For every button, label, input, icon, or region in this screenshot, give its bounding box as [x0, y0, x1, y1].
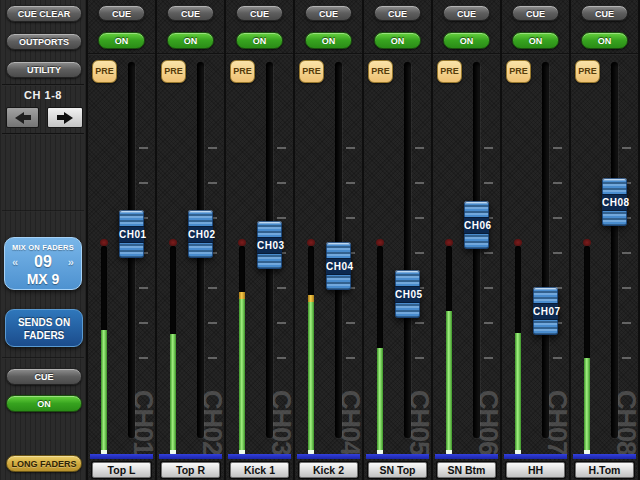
- sidebar-divider: [2, 84, 84, 86]
- long-faders-button[interactable]: LONG FADERS: [6, 455, 82, 472]
- sends-on-faders-button[interactable]: SENDS ON FADERS: [5, 309, 83, 347]
- outports-button[interactable]: OUTPORTS: [6, 33, 82, 50]
- channel-cue-button[interactable]: CUE: [512, 5, 559, 21]
- meter-yellow-segment: [308, 295, 314, 302]
- fader-cap[interactable]: CH08: [602, 178, 627, 226]
- channel-cue-button[interactable]: CUE: [236, 5, 283, 21]
- channel-on-button[interactable]: ON: [443, 32, 490, 49]
- sidebar-on-button[interactable]: ON: [6, 395, 82, 412]
- fader-cap[interactable]: CH04: [326, 242, 351, 290]
- left-arrow-icon: [15, 112, 31, 124]
- mix-on-faders-panel[interactable]: MIX ON FADERS « 09 » MX 9: [4, 237, 82, 290]
- fader-cap-label: CH02: [188, 226, 213, 243]
- channel-cue-button[interactable]: CUE: [581, 5, 628, 21]
- mix-number: 09: [34, 253, 52, 271]
- channel-on-button[interactable]: ON: [236, 32, 283, 49]
- fader-scale-tick: [346, 357, 355, 359]
- channel-name[interactable]: HH: [506, 462, 565, 478]
- channel-on-button[interactable]: ON: [581, 32, 628, 49]
- utility-button[interactable]: UTILITY: [6, 61, 82, 78]
- fader-cap-label: CH04: [326, 258, 351, 275]
- peak-led: [100, 239, 108, 246]
- channel-on-button[interactable]: ON: [512, 32, 559, 49]
- pre-badge[interactable]: PRE: [437, 60, 462, 83]
- prev-bank-button[interactable]: [6, 107, 39, 128]
- pre-badge[interactable]: PRE: [299, 60, 324, 83]
- fader-scale-tick: [484, 322, 493, 324]
- fader-scale-tick: [484, 357, 493, 359]
- channel-strip: CUE ON PRE CH02 CH02 Top R: [157, 0, 224, 480]
- channel-name[interactable]: SN Top: [368, 462, 427, 478]
- channel-color-bar: [573, 454, 636, 459]
- fader-cap[interactable]: CH01: [119, 210, 144, 258]
- pre-badge[interactable]: PRE: [92, 60, 117, 83]
- channel-cue-button[interactable]: CUE: [443, 5, 490, 21]
- fader-cap[interactable]: CH05: [395, 270, 420, 318]
- fader-cap[interactable]: CH06: [464, 201, 489, 249]
- pre-badge[interactable]: PRE: [230, 60, 255, 83]
- sidebar-cue-button[interactable]: CUE: [6, 368, 82, 385]
- pre-badge[interactable]: PRE: [161, 60, 186, 83]
- channel-on-button[interactable]: ON: [305, 32, 352, 49]
- fader-track[interactable]: [611, 62, 618, 438]
- channel-color-bar: [435, 454, 498, 459]
- channel-color-bar: [297, 454, 360, 459]
- fader-track[interactable]: [404, 62, 411, 438]
- channel-name[interactable]: H.Tom: [575, 462, 634, 478]
- fader-scale-tick: [346, 182, 355, 184]
- fader-scale-tick: [415, 357, 424, 359]
- channel-cue-button[interactable]: CUE: [374, 5, 421, 21]
- channel-on-button[interactable]: ON: [167, 32, 214, 49]
- fader-scale-tick: [208, 357, 217, 359]
- strip-header-divider: [433, 53, 500, 55]
- strip-header-divider: [295, 53, 362, 55]
- fader-scale-tick: [484, 147, 493, 149]
- cue-clear-button[interactable]: CUE CLEAR: [6, 5, 82, 22]
- channel-on-button[interactable]: ON: [98, 32, 145, 49]
- fader-cap[interactable]: CH02: [188, 210, 213, 258]
- right-arrow-icon: [57, 112, 73, 124]
- channel-on-button[interactable]: ON: [374, 32, 421, 49]
- fader-scale-tick: [208, 182, 217, 184]
- next-bank-button[interactable]: [47, 107, 83, 128]
- sidebar-divider: [2, 357, 84, 359]
- fader-scale-tick: [553, 147, 562, 149]
- fader-cap-label: CH08: [602, 194, 627, 211]
- fader-cap[interactable]: CH07: [533, 287, 558, 335]
- channel-color-bar: [228, 454, 291, 459]
- fader-scale-tick: [277, 287, 286, 289]
- channel-name[interactable]: Kick 1: [230, 462, 289, 478]
- fader-scale-tick: [346, 322, 355, 324]
- pre-badge[interactable]: PRE: [506, 60, 531, 83]
- channel-name[interactable]: Kick 2: [299, 462, 358, 478]
- fader-scale-tick: [553, 252, 562, 254]
- pre-badge[interactable]: PRE: [575, 60, 600, 83]
- channel-cue-button[interactable]: CUE: [167, 5, 214, 21]
- fader-scale-tick: [208, 287, 217, 289]
- mix-name: MX 9: [5, 271, 81, 287]
- fader-track[interactable]: [473, 62, 480, 438]
- prev-mix-chevron-icon[interactable]: «: [12, 256, 18, 268]
- channel-name[interactable]: Top L: [92, 462, 151, 478]
- fader-cap[interactable]: CH03: [257, 221, 282, 269]
- channel-name[interactable]: SN Btm: [437, 462, 496, 478]
- sidebar-divider: [2, 133, 84, 135]
- fader-scale-tick: [622, 322, 631, 324]
- channel-strip: CUE ON PRE CH07 CH07 HH: [502, 0, 569, 480]
- pre-badge[interactable]: PRE: [368, 60, 393, 83]
- level-meter: [170, 246, 176, 456]
- fader-cap-label: CH07: [533, 303, 558, 320]
- level-meter-fill: [239, 292, 245, 450]
- fader-track[interactable]: [542, 62, 549, 438]
- fader-scale-tick: [277, 147, 286, 149]
- level-meter-fill: [170, 334, 176, 450]
- level-meter-fill: [584, 358, 590, 450]
- mix-on-faders-title: MIX ON FADERS: [5, 243, 81, 252]
- peak-led: [514, 239, 522, 246]
- channel-cue-button[interactable]: CUE: [305, 5, 352, 21]
- fader-scale-tick: [415, 182, 424, 184]
- channel-name[interactable]: Top R: [161, 462, 220, 478]
- level-meter-fill: [446, 311, 452, 450]
- channel-cue-button[interactable]: CUE: [98, 5, 145, 21]
- next-mix-chevron-icon[interactable]: »: [68, 256, 74, 268]
